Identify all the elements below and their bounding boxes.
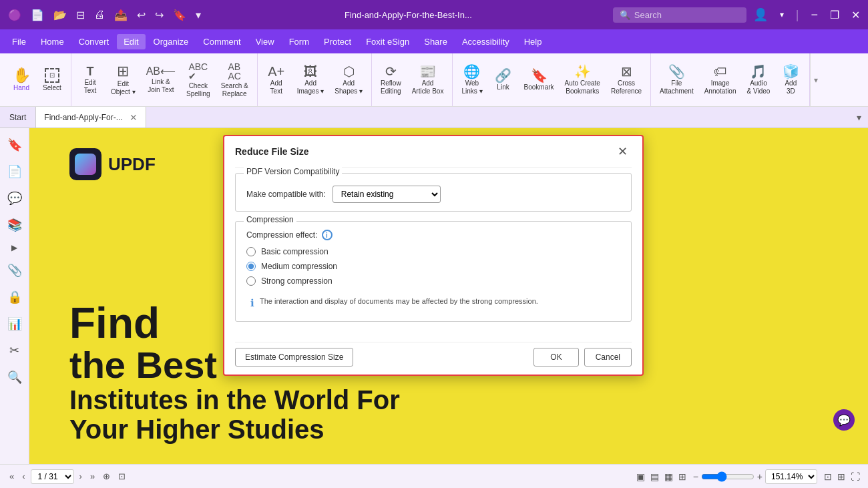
export-icon[interactable]: 📤	[112, 6, 130, 24]
ribbon-hand-tool[interactable]: ✋ Hand	[7, 57, 36, 103]
tab-scroll-arrow[interactable]: ▾	[857, 112, 868, 123]
basic-compression-radio[interactable]	[246, 247, 256, 256]
ribbon-web-links[interactable]: 🌐 WebLinks ▾	[457, 57, 487, 103]
compat-select-wrapper[interactable]: Retain existing Acrobat 4.0 and later Ac…	[333, 186, 441, 203]
dropdown-arrow-icon[interactable]: ▾	[193, 6, 204, 24]
menu-form[interactable]: Form	[282, 34, 316, 49]
redo-icon[interactable]: ↪	[152, 6, 166, 24]
last-page-button[interactable]: »	[87, 470, 97, 483]
ribbon-add-shapes[interactable]: ⬡ AddShapes ▾	[330, 57, 367, 103]
cancel-button[interactable]: Cancel	[584, 348, 632, 367]
minimize-window-button[interactable]: −	[808, 7, 821, 23]
sidebar-security-icon[interactable]: 🔒	[3, 286, 26, 308]
ribbon-add-3d[interactable]: 🧊 Add3D	[776, 57, 805, 103]
next-page-button[interactable]: ›	[77, 470, 85, 483]
menu-protect[interactable]: Protect	[317, 34, 358, 49]
bookmark-label: Bookmark	[524, 83, 554, 91]
estimate-compression-button[interactable]: Estimate Compression Size	[235, 348, 353, 367]
grid-view-icon[interactable]: ⊞	[677, 470, 688, 483]
tab-start[interactable]: Start	[0, 107, 36, 128]
ribbon-auto-create-bookmarks[interactable]: ✨ Auto CreateBookmarks	[560, 57, 605, 103]
dialog-close-button[interactable]: ✕	[614, 143, 632, 160]
search-input[interactable]	[634, 10, 728, 20]
sidebar-bookmark-icon[interactable]: 🔖	[3, 134, 26, 156]
sidebar-scissors-icon[interactable]: ✂	[5, 339, 23, 362]
medium-compression-label[interactable]: Medium compression	[261, 262, 337, 271]
single-page-view-icon[interactable]: ▣	[635, 470, 646, 483]
facing-view-icon[interactable]: ▤	[649, 470, 660, 483]
page-select[interactable]: 1 / 31	[31, 469, 74, 484]
zoom-level-select[interactable]: 151.14% 100% 125% 150% 200%	[765, 469, 817, 484]
prev-page-button[interactable]: ‹	[19, 470, 27, 483]
sidebar-data-icon[interactable]: 📊	[3, 312, 26, 335]
sidebar-pages-icon[interactable]: 📄	[3, 160, 26, 183]
basic-compression-label[interactable]: Basic compression	[261, 247, 329, 256]
tab-document[interactable]: Find-and-Apply-For-... ✕	[36, 107, 146, 128]
menu-share[interactable]: Share	[417, 34, 454, 49]
extract-page-button[interactable]: ⊡	[116, 470, 128, 483]
user-icon[interactable]: 👤	[750, 6, 771, 23]
ribbon-link-join-text[interactable]: AB⟵ Link &Join Text	[142, 57, 180, 103]
menu-accessibility[interactable]: Accessibility	[455, 34, 516, 49]
continuous-view-icon[interactable]: ▦	[663, 470, 674, 483]
tab-close-button[interactable]: ✕	[130, 112, 138, 123]
ribbon-scroll-icon[interactable]: ▾	[814, 75, 818, 85]
audio-video-icon: 🎵	[750, 65, 767, 78]
ok-button[interactable]: OK	[533, 348, 578, 367]
sidebar-attach-icon[interactable]: 📎	[3, 259, 26, 282]
ribbon-cross-reference[interactable]: ⊠ CrossReference	[606, 57, 646, 103]
undo-icon[interactable]: ↩	[134, 6, 148, 24]
sidebar-comments-icon[interactable]: 💬	[3, 187, 26, 210]
menu-edit[interactable]: Edit	[117, 34, 145, 49]
ribbon-bookmark[interactable]: 🔖 Bookmark	[519, 57, 559, 103]
new-file-icon[interactable]: 📄	[28, 6, 47, 24]
close-window-button[interactable]: ✕	[849, 7, 863, 23]
ribbon-add-article-box[interactable]: 📰 AddArticle Box	[407, 57, 449, 103]
ribbon-file-attachment[interactable]: 📎 FileAttachment	[655, 57, 698, 103]
ribbon-check-spelling[interactable]: ABC✔ CheckSpelling	[182, 57, 215, 103]
search-bar[interactable]: 🔍	[613, 7, 746, 23]
menu-convert[interactable]: Convert	[72, 34, 116, 49]
menu-foxit-esign[interactable]: Foxit eSign	[359, 34, 416, 49]
zoom-in-button[interactable]: +	[757, 471, 763, 482]
strong-compression-label[interactable]: Strong compression	[261, 276, 333, 286]
ribbon-edit-object[interactable]: ⊞ EditObject ▾	[106, 57, 140, 103]
ribbon-search-replace[interactable]: ABAC Search &Replace	[216, 57, 253, 103]
zoom-out-button[interactable]: −	[693, 471, 698, 482]
menu-file[interactable]: File	[5, 34, 33, 49]
strong-compression-radio[interactable]	[246, 276, 256, 286]
ribbon-edit-text[interactable]: T EditText	[75, 57, 105, 103]
ribbon-image-annotation[interactable]: 🏷 ImageAnnotation	[700, 57, 741, 103]
sidebar-expand-arrow[interactable]: ▶	[9, 240, 20, 255]
open-file-icon[interactable]: 📂	[51, 6, 69, 24]
menu-help[interactable]: Help	[517, 34, 549, 49]
menu-view[interactable]: View	[249, 34, 281, 49]
fullscreen-icon[interactable]: ⛶	[849, 470, 861, 483]
sidebar-search-icon[interactable]: 🔍	[3, 366, 26, 389]
user-dropdown-icon[interactable]: ▾	[777, 9, 787, 21]
compat-dropdown[interactable]: Retain existing Acrobat 4.0 and later Ac…	[333, 186, 440, 202]
print-icon[interactable]: 🖨	[91, 6, 107, 23]
ribbon-add-images[interactable]: 🖼 AddImages ▾	[292, 57, 329, 103]
menu-comment[interactable]: Comment	[196, 34, 247, 49]
ribbon-reflow-editing[interactable]: ⟳ ReflowEditing	[376, 57, 406, 103]
ribbon-add-text[interactable]: A+ AddText	[262, 57, 291, 103]
medium-compression-radio[interactable]	[246, 262, 256, 271]
ribbon-audio-video[interactable]: 🎵 Audio& Video	[742, 57, 775, 103]
restore-window-button[interactable]: ❐	[827, 7, 842, 23]
add-page-button[interactable]: ⊕	[100, 470, 113, 483]
stamp-icon[interactable]: 🔖	[170, 6, 189, 24]
image-annotation-icon: 🏷	[714, 65, 727, 78]
zoom-slider[interactable]	[701, 471, 754, 482]
first-page-button[interactable]: «	[7, 470, 17, 483]
menu-organize[interactable]: Organize	[147, 34, 196, 49]
menu-home[interactable]: Home	[34, 34, 71, 49]
fit-page-icon[interactable]: ⊡	[823, 470, 833, 483]
sidebar-layers-icon[interactable]: 📚	[3, 214, 26, 236]
fit-width-icon[interactable]: ⊞	[836, 470, 847, 483]
search-replace-icon: ABAC	[228, 62, 240, 81]
ribbon-select-tool[interactable]: ⊡ Select	[37, 57, 67, 103]
minimize-tab-icon[interactable]: ⊟	[73, 6, 87, 24]
ribbon-link[interactable]: 🔗 Link	[489, 57, 518, 103]
compression-info-icon[interactable]: i	[322, 230, 333, 240]
